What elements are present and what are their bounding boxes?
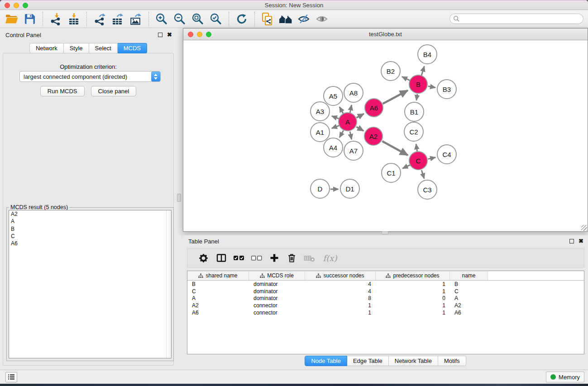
close-panel-icon[interactable]: ✖ [167, 33, 172, 37]
search-text-field[interactable] [462, 16, 583, 22]
table-cell[interactable]: C [187, 288, 249, 295]
deselect-all-button[interactable] [248, 250, 265, 266]
table-cell[interactable]: B [450, 281, 488, 287]
tab-network[interactable]: Network [29, 43, 64, 53]
graph-node-A6[interactable]: A6 [364, 98, 383, 117]
save-session-button[interactable] [21, 11, 39, 27]
table-cell[interactable]: 8 [305, 295, 376, 301]
graph-node-D1[interactable]: D1 [340, 179, 360, 199]
open-session-file-button[interactable] [258, 11, 277, 27]
memory-button[interactable]: Memory [546, 372, 584, 382]
table-cell[interactable]: 1 [376, 310, 450, 316]
table-cell[interactable]: 4 [305, 281, 376, 287]
delete-table-button[interactable] [301, 250, 318, 266]
table-cell[interactable]: C [450, 288, 488, 295]
graph-node-A[interactable]: A [338, 112, 357, 131]
node-table[interactable]: shared nameMCDS rolesuccessor nodesprede… [187, 271, 584, 354]
table-cell[interactable]: dominator [249, 295, 305, 301]
graph-node-A3[interactable]: A3 [310, 101, 330, 121]
optimization-criterion-select[interactable]: largest connected component (directed) [19, 71, 161, 82]
table-row[interactable]: Cdominator41C [187, 288, 584, 295]
vertical-splitter-handle[interactable] [177, 194, 181, 202]
table-row[interactable]: Bdominator41B [187, 281, 584, 288]
graph-node-D[interactable]: D [310, 179, 330, 199]
graph-node-B3[interactable]: B3 [437, 79, 457, 99]
export-image-button[interactable] [127, 11, 145, 27]
import-table-button[interactable] [65, 11, 83, 27]
table-cell[interactable]: A6 [450, 310, 488, 316]
graph-node-A5[interactable]: A5 [323, 86, 343, 106]
network-window-titlebar[interactable]: testGlobe.txt [183, 29, 588, 40]
tab-style[interactable]: Style [64, 43, 89, 53]
export-network-button[interactable] [91, 11, 109, 27]
table-cell[interactable]: 4 [305, 288, 376, 295]
resize-grip-icon[interactable] [581, 225, 587, 231]
table-cell[interactable]: dominator [249, 281, 305, 287]
graph-node-C[interactable]: C [409, 151, 428, 170]
show-graphics-details-button[interactable] [313, 11, 331, 27]
export-table-button[interactable] [109, 11, 127, 27]
table-row[interactable]: A6connector11A6 [187, 309, 584, 316]
tab-edge-table[interactable]: Edge Table [347, 356, 389, 366]
graph-node-B[interactable]: B [409, 75, 428, 94]
list-item[interactable]: C [9, 233, 171, 240]
table-cell[interactable]: A2 [450, 302, 488, 309]
column-header-name[interactable]: name [450, 271, 488, 280]
table-cell[interactable]: 1 [376, 281, 450, 287]
table-row[interactable]: A2connector11A2 [187, 302, 584, 309]
tab-select[interactable]: Select [89, 43, 118, 53]
list-item[interactable]: A2 [9, 210, 171, 218]
import-network-button[interactable] [47, 11, 65, 27]
close-panel-button[interactable]: Close panel [91, 86, 137, 96]
tab-node-table[interactable]: Node Table [305, 356, 347, 366]
result-list-scrollbar[interactable] [166, 210, 171, 358]
table-cell[interactable]: A [450, 295, 488, 301]
table-cell[interactable]: 1 [305, 310, 376, 316]
table-settings-button[interactable] [195, 250, 212, 266]
graph-node-C3[interactable]: C3 [417, 180, 437, 200]
function-builder-button[interactable]: f(x) [318, 250, 342, 266]
tab-motifs[interactable]: Motifs [438, 356, 466, 366]
table-cell[interactable]: 0 [376, 295, 450, 301]
list-item[interactable]: B [9, 225, 171, 233]
tab-mcds[interactable]: MCDS [118, 43, 147, 53]
graph-node-C4[interactable]: C4 [437, 144, 457, 164]
task-history-button[interactable] [5, 372, 17, 382]
table-cell[interactable]: connector [249, 310, 305, 316]
zoom-in-button[interactable] [153, 11, 171, 27]
mcds-result-list[interactable]: A2ABCA6 [9, 210, 172, 358]
graph-node-B4[interactable]: B4 [417, 44, 437, 64]
close-table-panel-icon[interactable]: ✖ [578, 239, 583, 243]
select-all-button[interactable] [230, 250, 248, 266]
graph-node-A4[interactable]: A4 [323, 138, 343, 157]
graph-node-B2[interactable]: B2 [381, 61, 401, 81]
graph-node-C1[interactable]: C1 [381, 163, 401, 183]
column-header-predecessor-nodes[interactable]: predecessor nodes [376, 271, 450, 280]
hide-graphics-details-button[interactable] [295, 11, 313, 27]
zoom-selected-button[interactable] [207, 11, 225, 27]
search-input[interactable] [449, 14, 583, 24]
open-session-button[interactable] [3, 11, 21, 27]
list-item[interactable]: A6 [9, 240, 171, 247]
table-cell[interactable]: 1 [376, 302, 450, 309]
table-cell[interactable]: 1 [376, 288, 450, 295]
delete-row-button[interactable] [283, 250, 301, 266]
graph-node-A7[interactable]: A7 [344, 141, 363, 161]
table-cell[interactable]: A6 [187, 310, 249, 316]
column-header-shared-name[interactable]: shared name [187, 271, 249, 280]
show-column-button[interactable] [212, 250, 230, 266]
table-cell[interactable]: A2 [187, 302, 249, 309]
column-header-MCDS-role[interactable]: MCDS role [249, 271, 305, 280]
home-button[interactable] [277, 11, 295, 27]
zoom-fit-button[interactable] [189, 11, 207, 27]
network-canvas[interactable]: B4B2BB3A8A5A6B1A3AA1C2A2A4A7CC4C1C3DD1 [183, 40, 588, 231]
table-cell[interactable]: B [187, 281, 249, 287]
refresh-view-button[interactable] [233, 11, 251, 27]
horizontal-splitter-handle[interactable] [382, 231, 388, 234]
tab-network-table[interactable]: Network Table [389, 356, 438, 366]
table-cell[interactable]: connector [249, 302, 305, 309]
graph-node-A8[interactable]: A8 [344, 83, 363, 103]
zoom-out-button[interactable] [171, 11, 189, 27]
graph-node-B1[interactable]: B1 [404, 102, 424, 122]
float-panel-icon[interactable] [158, 33, 163, 37]
